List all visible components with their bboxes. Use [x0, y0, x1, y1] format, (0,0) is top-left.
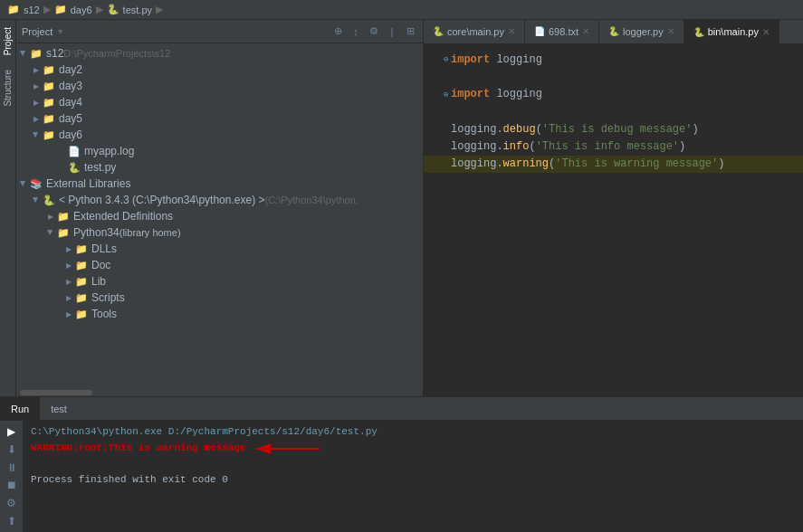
tree-detail-python343: (C:\Python34\python. — [264, 195, 358, 205]
run-output: C:\Python34\python.exe D:/PycharmProject… — [24, 421, 803, 532]
chevron-down-icon: ▼ — [56, 27, 64, 36]
line-content-warning: logging.warning('This is warning message… — [451, 156, 796, 173]
locate-button[interactable]: ⊕ — [330, 24, 345, 39]
panel-title: Project ▼ — [22, 26, 64, 37]
breadcrumb: 📁 s12 ▶ 📁 day6 ▶ 🐍 test.py ▶ — [0, 0, 803, 20]
rerun-button[interactable]: ⬇ — [3, 442, 21, 457]
pause-button[interactable]: ⏸ — [3, 461, 21, 475]
settings-gear-icon[interactable]: ⚙ — [367, 24, 381, 39]
bottom-tab-test[interactable]: test — [40, 397, 78, 421]
tab-label-logger-py: logger.py — [623, 26, 664, 37]
project-tree: ▶ 📁 s12 D:\PycharmProjects\s12 ▶ 📁 day2 … — [16, 43, 423, 389]
kw-module-2: logging — [496, 88, 541, 100]
fold-marker-1[interactable]: ⊖ — [444, 53, 451, 66]
run-tab-label: Run — [11, 404, 29, 414]
tab-core-main[interactable]: 🐍 core\main.py ✕ — [424, 20, 525, 43]
project-panel: Project ▼ ⊕ ↕ ⚙ | ⊞ ▶ 📁 s12 D:\Pycharm — [16, 20, 424, 396]
tree-item-extended-definitions[interactable]: ▶ 📁 Extended Definitions — [16, 208, 423, 224]
breadcrumb-part-2[interactable]: day6 — [71, 5, 92, 15]
python-file-icon: 🐍 — [67, 160, 81, 175]
tree-item-python343[interactable]: ▶ 🐍 < Python 3.4.3 (C:\Python34\python.e… — [16, 192, 423, 208]
tab-logger-py[interactable]: 🐍 logger.py ✕ — [599, 20, 684, 43]
tree-label-dlls: DLLs — [91, 242, 117, 255]
folder-icon-day2: 📁 — [42, 62, 56, 77]
scripts-folder-icon: 📁 — [74, 290, 89, 305]
fold-marker-3[interactable]: ⊖ — [444, 89, 451, 101]
run-button[interactable]: ▶ — [3, 424, 21, 439]
ext-defs-folder-icon: 📁 — [56, 209, 71, 223]
python-env-icon: 🐍 — [42, 193, 56, 207]
arrow-day2: ▶ — [31, 64, 42, 75]
scroll-top-button[interactable]: ⬆ — [3, 514, 21, 528]
breadcrumb-part-3[interactable]: test.py — [123, 5, 152, 15]
arrow-tools: ▶ — [63, 309, 74, 319]
tab-close-logger-py[interactable]: ✕ — [667, 26, 674, 36]
line-content-info: logging.info('This is info message') — [451, 138, 796, 156]
settings-run-icon[interactable]: ⚙ — [3, 496, 21, 510]
tree-label-day3: day3 — [59, 80, 82, 92]
tree-item-doc[interactable]: ▶ 📁 Doc — [16, 257, 423, 273]
arrow-ext-libs: ▶ — [18, 178, 29, 189]
tree-label-day4: day4 — [59, 96, 82, 109]
tree-item-day3[interactable]: ▶ 📁 day3 — [16, 78, 423, 94]
kw-import-1: import — [451, 53, 490, 66]
tree-item-day6[interactable]: ▶ 📁 day6 — [16, 127, 423, 143]
tree-label-day5: day5 — [59, 112, 82, 125]
vtab-structure[interactable]: Structure — [1, 62, 14, 114]
tab-698-txt[interactable]: 📄 698.txt ✕ — [525, 20, 599, 43]
line-content-b2 — [451, 104, 796, 121]
python34-home-folder-icon: 📁 — [56, 225, 71, 240]
tree-label-ext-defs: Extended Definitions — [73, 210, 173, 223]
tree-item-day4[interactable]: ▶ 📁 day4 — [16, 94, 423, 110]
tree-item-scripts[interactable]: ▶ 📁 Scripts — [16, 290, 423, 306]
tree-item-tools[interactable]: ▶ 📁 Tools — [16, 306, 423, 322]
kw-module-1: logging — [496, 53, 541, 66]
code-logging-warning: logging. — [451, 157, 503, 170]
editor-line-blank-2 — [424, 104, 803, 121]
expand-all-icon[interactable]: ⊞ — [403, 24, 417, 39]
tree-item-myapp-log[interactable]: ▶ 📄 myapp.log — [16, 143, 423, 159]
bottom-panel: Run test ▶ ⬇ ⏸ ⏹ ⚙ ⬆ C:\Python34\python.… — [0, 396, 803, 532]
tree-label-python343: < Python 3.4.3 (C:\Python34\python.exe) … — [59, 194, 264, 206]
arrow-scripts: ▶ — [63, 292, 74, 303]
tab-close-core-main[interactable]: ✕ — [508, 26, 515, 36]
tree-item-day5[interactable]: ▶ 📁 day5 — [16, 110, 423, 127]
tree-item-external-libraries[interactable]: ▶ 📚 External Libraries — [16, 176, 423, 192]
folder-icon-day6: 📁 — [42, 128, 56, 142]
tree-item-s12[interactable]: ▶ 📁 s12 D:\PycharmProjects\s12 — [16, 45, 423, 62]
run-output-warning: WARNING:root:This is warning message — [31, 441, 796, 457]
kw-import-2: import — [451, 88, 490, 100]
run-output-cmd: C:\Python34\python.exe D:/PycharmProject… — [31, 424, 796, 441]
editor-content[interactable]: ⊖ import logging ⊖ im — [424, 44, 803, 396]
arrow-lib: ▶ — [63, 276, 74, 287]
doc-folder-icon: 📁 — [74, 258, 89, 272]
arrow-day6: ▶ — [31, 129, 42, 140]
tab-close-698-txt[interactable]: ✕ — [582, 26, 589, 36]
text-tab-icon: 📄 — [534, 26, 545, 36]
arrow-day5: ▶ — [31, 113, 42, 124]
arrow-python34-home: ▶ — [45, 227, 56, 238]
tree-item-dlls[interactable]: ▶ 📁 DLLs — [16, 241, 423, 257]
tree-item-day2[interactable]: ▶ 📁 day2 — [16, 62, 423, 78]
scroll-thumb — [20, 390, 92, 395]
folder-icon-s12: 📁 — [29, 46, 43, 61]
python-tab-icon-2: 🐍 — [608, 26, 619, 36]
arrow-day3: ▶ — [31, 81, 42, 91]
tree-item-python34-home[interactable]: ▶ 📁 Python34 (library home) — [16, 224, 423, 241]
tab-bin-main[interactable]: 🐍 bin\main.py ✕ — [684, 20, 779, 43]
tree-label-test-py: test.py — [84, 161, 116, 174]
bottom-sidebar: ▶ ⬇ ⏸ ⏹ ⚙ ⬆ — [0, 421, 24, 532]
ext-libs-icon: 📚 — [29, 176, 43, 191]
tab-close-bin-main[interactable]: ✕ — [762, 27, 770, 37]
panel-title-label: Project — [22, 26, 53, 37]
editor-line-warning: logging.warning('This is warning message… — [424, 156, 803, 173]
vtab-project[interactable]: Project — [1, 20, 14, 62]
editor-line-1: ⊖ import logging — [424, 52, 803, 69]
bottom-tab-run[interactable]: Run — [0, 397, 40, 421]
tree-item-test-py[interactable]: ▶ 🐍 test.py — [16, 159, 423, 176]
stop-button[interactable]: ⏹ — [3, 478, 21, 492]
tree-item-lib[interactable]: ▶ 📁 Lib — [16, 273, 423, 290]
breadcrumb-part-1[interactable]: s12 — [24, 5, 40, 15]
collapse-button[interactable]: ↕ — [349, 24, 363, 39]
tree-scrollbar[interactable] — [16, 389, 423, 396]
